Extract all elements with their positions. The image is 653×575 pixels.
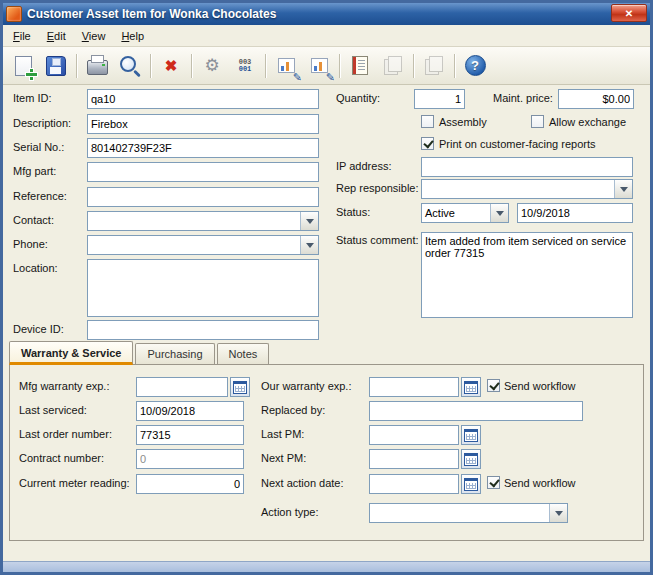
reference-label: Reference:	[13, 190, 67, 202]
status-label: Status:	[336, 206, 370, 218]
print-button[interactable]	[81, 50, 113, 82]
next-action-date-calendar-button[interactable]	[461, 474, 481, 494]
chevron-down-icon[interactable]	[614, 180, 632, 198]
assembly-checkbox[interactable]	[421, 115, 434, 128]
next-pm-calendar-button[interactable]	[461, 449, 481, 469]
chevron-down-icon[interactable]	[549, 504, 567, 522]
description-input[interactable]	[87, 114, 319, 134]
serial-numbers-button[interactable]: 003001	[229, 50, 261, 82]
menu-help[interactable]: Help	[113, 27, 152, 45]
contact-value	[88, 212, 300, 230]
replaced-by-input[interactable]	[369, 401, 583, 421]
allow-exchange-checkbox[interactable]	[531, 115, 544, 128]
delete-icon: ✖	[165, 58, 178, 73]
device-id-input[interactable]	[87, 320, 319, 340]
last-order-number-input[interactable]	[136, 425, 244, 445]
item-id-input[interactable]	[87, 89, 319, 109]
close-button[interactable]: ✕	[611, 4, 647, 22]
contract-number-input[interactable]	[136, 449, 244, 469]
calendar-icon	[233, 381, 247, 394]
description-label: Description:	[13, 117, 71, 129]
calendar-icon	[464, 429, 478, 442]
chevron-down-icon[interactable]	[300, 236, 318, 254]
last-serviced-label: Last serviced:	[19, 404, 87, 416]
close-icon: ✕	[625, 8, 633, 19]
window-bottom-frame	[3, 561, 650, 572]
new-record-button[interactable]	[7, 50, 39, 82]
ip-address-input[interactable]	[421, 157, 633, 177]
rep-responsible-combobox[interactable]	[421, 179, 633, 199]
action-type-label: Action type:	[261, 506, 318, 518]
links-button[interactable]	[377, 50, 409, 82]
assembly-label: Assembly	[439, 116, 487, 128]
quantity-label: Quantity:	[336, 92, 380, 104]
device-id-label: Device ID:	[13, 323, 64, 335]
menu-view[interactable]: View	[74, 27, 114, 45]
next-action-date-input[interactable]	[369, 474, 459, 494]
print-reports-checkbox[interactable]	[421, 137, 434, 150]
phone-combobox[interactable]	[87, 235, 319, 255]
send-workflow-warranty-checkbox[interactable]	[487, 379, 500, 392]
location-label: Location:	[13, 262, 58, 274]
ip-address-label: IP address:	[336, 160, 391, 172]
tab-warranty-service[interactable]: Warranty & Service	[9, 341, 133, 365]
menu-edit[interactable]: Edit	[39, 27, 74, 45]
status-date-input[interactable]	[517, 203, 633, 223]
status-comment-textarea[interactable]: Item added from item serviced on service…	[421, 232, 633, 318]
last-pm-calendar-button[interactable]	[461, 425, 481, 445]
tab-purchasing[interactable]: Purchasing	[135, 343, 214, 364]
analysis-button[interactable]: ✎	[270, 50, 302, 82]
status-combobox[interactable]: Active	[421, 203, 509, 223]
help-button[interactable]: ?	[459, 50, 491, 82]
menu-bar: File Edit View Help	[3, 25, 650, 47]
last-serviced-input[interactable]	[136, 401, 244, 421]
our-warranty-exp-calendar-button[interactable]	[461, 377, 481, 397]
send-workflow-action-label: Send workflow	[504, 477, 576, 489]
copy-button[interactable]	[418, 50, 450, 82]
maint-price-input[interactable]	[558, 89, 634, 109]
tab-bar: Warranty & Service Purchasing Notes	[9, 341, 271, 365]
phone-value	[88, 236, 300, 254]
chevron-down-icon[interactable]	[490, 204, 508, 222]
delete-button[interactable]: ✖	[155, 50, 187, 82]
serial-no-label: Serial No.:	[13, 141, 64, 153]
mfg-warranty-exp-input[interactable]	[136, 377, 228, 397]
current-meter-reading-input[interactable]	[136, 474, 244, 494]
action-type-combobox[interactable]	[369, 503, 568, 523]
process-button[interactable]: ⚙	[196, 50, 228, 82]
zoom-button[interactable]	[114, 50, 146, 82]
rep-responsible-label: Rep responsible:	[336, 182, 419, 194]
toolbar-separator	[413, 54, 414, 78]
menu-file[interactable]: File	[5, 27, 39, 45]
toolbar-separator	[150, 54, 151, 78]
links-icon	[384, 59, 398, 75]
location-textarea[interactable]	[87, 259, 319, 317]
send-workflow-warranty-label: Send workflow	[504, 380, 576, 392]
mfg-warranty-exp-calendar-button[interactable]	[230, 377, 250, 397]
save-icon	[46, 56, 66, 76]
schedule-button[interactable]: ✎	[303, 50, 335, 82]
last-pm-input[interactable]	[369, 425, 459, 445]
title-bar: Customer Asset Item for Wonka Chocolates…	[3, 3, 650, 25]
tab-notes[interactable]: Notes	[217, 343, 270, 364]
mfg-part-input[interactable]	[87, 162, 319, 182]
our-warranty-exp-input[interactable]	[369, 377, 459, 397]
calendar-icon	[464, 478, 478, 491]
chevron-down-icon[interactable]	[300, 212, 318, 230]
send-workflow-action-checkbox[interactable]	[487, 476, 500, 489]
reference-input[interactable]	[87, 187, 319, 207]
zoom-icon	[120, 56, 136, 72]
next-pm-input[interactable]	[369, 449, 459, 469]
next-action-date-label: Next action date:	[261, 477, 344, 489]
window-title: Customer Asset Item for Wonka Chocolates	[27, 7, 276, 21]
app-icon	[6, 6, 22, 22]
quantity-input[interactable]	[414, 89, 465, 109]
serial-no-input[interactable]	[87, 138, 319, 158]
save-button[interactable]	[40, 50, 72, 82]
contact-combobox[interactable]	[87, 211, 319, 231]
toolbar: ✖ ⚙ 003001 ✎ ✎ ?	[3, 47, 650, 85]
note-button[interactable]	[344, 50, 376, 82]
phone-label: Phone:	[13, 238, 48, 250]
contact-label: Contact:	[13, 214, 54, 226]
gear-icon: ⚙	[204, 57, 219, 74]
